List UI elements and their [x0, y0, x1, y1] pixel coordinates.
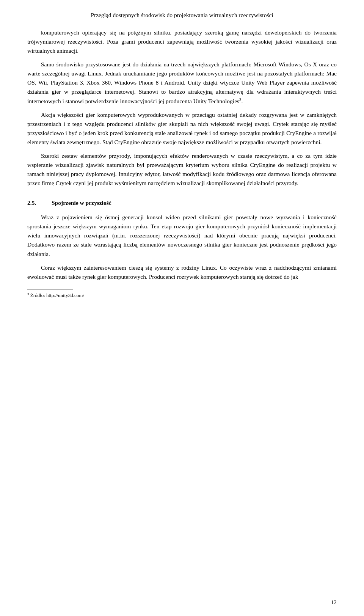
footnote-separator: [27, 289, 73, 289]
page: Przegląd dostępnych środowisk do projekt…: [0, 0, 364, 616]
section-title: Spojrzenie w przyszłość: [52, 198, 111, 207]
page-header: Przegląd dostępnych środowisk do projekt…: [27, 11, 337, 20]
paragraph-4: Szeroki zestaw elementów przyrody, impon…: [27, 151, 337, 188]
paragraph-3: Akcja większości gier komputerowych wypr…: [27, 110, 337, 147]
section-heading-2-5: 2.5. Spojrzenie w przyszłość: [27, 198, 337, 207]
section-paragraph-1: Wraz z pojawieniem się ósmej generacji k…: [27, 213, 337, 258]
page-number: 12: [331, 598, 337, 607]
paragraph-1: komputerowych opierający się na potężnym…: [27, 28, 337, 55]
footnote-text: Źródło: http://unity3d.com/: [30, 292, 84, 298]
header-title: Przegląd dostępnych środowisk do projekt…: [91, 12, 273, 18]
section-paragraph-2: Coraz większym zainteresowaniem cieszą s…: [27, 263, 337, 281]
paragraph-2: Samo środowisko przystosowane jest do dz…: [27, 60, 337, 106]
section-number: 2.5.: [27, 198, 42, 207]
footnote-number: 3: [27, 292, 30, 298]
footnote: 3 Źródło: http://unity3d.com/: [27, 292, 337, 299]
